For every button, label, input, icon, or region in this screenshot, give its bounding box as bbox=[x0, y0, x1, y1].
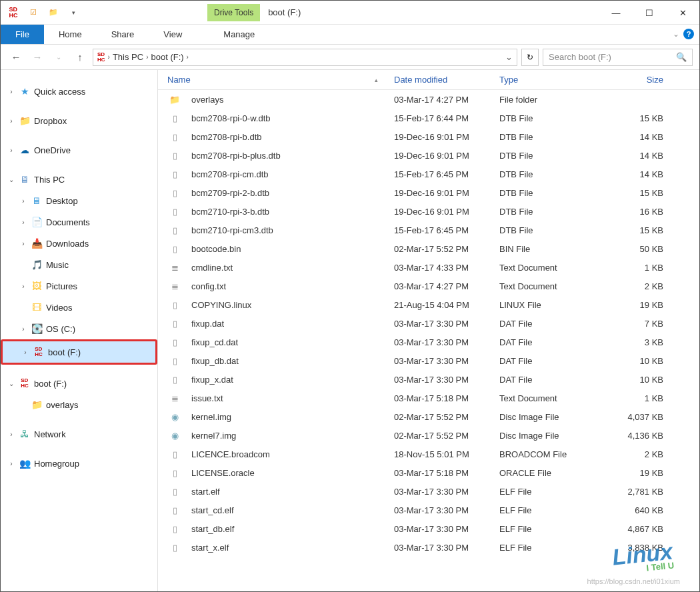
file-name: bcm2709-rpi-2-b.dtb bbox=[191, 188, 269, 198]
tree-quick-access[interactable]: ›★Quick access bbox=[1, 81, 157, 102]
file-date: 03-Mar-17 4:27 PM bbox=[394, 95, 499, 105]
file-row[interactable]: ▯start.elf03-Mar-17 3:30 PMELF File2,781… bbox=[158, 482, 699, 501]
file-name: start_x.elf bbox=[191, 543, 229, 553]
file-icon: ▯ bbox=[167, 337, 182, 347]
file-row[interactable]: ◉kernel7.img02-Mar-17 5:52 PMDisc Image … bbox=[158, 426, 699, 445]
file-size: 4,037 KB bbox=[606, 412, 670, 422]
title-bar: SDHC ☑ 📁 ▾ Drive Tools boot (F:) — ☐ ✕ bbox=[1, 1, 699, 25]
file-row[interactable]: ▯fixup.dat03-Mar-17 3:30 PMDAT File7 KB bbox=[158, 314, 699, 333]
file-type: LINUX File bbox=[499, 300, 606, 310]
address-dropdown-icon[interactable]: ⌄ bbox=[505, 52, 513, 62]
file-size: 50 KB bbox=[606, 244, 670, 254]
tree-downloads[interactable]: ›📥Downloads bbox=[1, 233, 157, 254]
qat-properties-icon[interactable]: ☑ bbox=[26, 5, 41, 20]
ribbon-tab-view[interactable]: View bbox=[149, 25, 197, 44]
tree-network[interactable]: ›🖧Network bbox=[1, 423, 157, 445]
file-row[interactable]: ▯bcm2708-rpi-0-w.dtb15-Feb-17 6:44 PMDTB… bbox=[158, 109, 699, 127]
file-list[interactable]: Name▴ Date modified Type Size 📁overlays0… bbox=[158, 70, 699, 591]
folder-icon: 📁 bbox=[167, 95, 182, 105]
tree-this-pc[interactable]: ⌄🖥This PC bbox=[1, 169, 157, 190]
navigation-pane[interactable]: ›★Quick access ›📁Dropbox ›☁OneDrive ⌄🖥Th… bbox=[1, 70, 158, 591]
ribbon-tab-manage[interactable]: Manage bbox=[209, 25, 269, 44]
search-input[interactable]: Search boot (F:) 🔍 bbox=[543, 49, 693, 66]
tree-boot-f-selected[interactable]: ›SDHCboot (F:) bbox=[3, 341, 155, 363]
chevron-right-icon[interactable]: › bbox=[146, 53, 148, 61]
ribbon-collapse-icon[interactable]: ⌄ bbox=[673, 29, 679, 39]
file-row[interactable]: ▯bootcode.bin02-Mar-17 5:52 PMBIN File50… bbox=[158, 239, 699, 258]
file-row[interactable]: ≣cmdline.txt03-Mar-17 4:33 PMText Docume… bbox=[158, 258, 699, 277]
file-icon: ▯ bbox=[167, 356, 182, 366]
file-type: DAT File bbox=[499, 356, 606, 366]
tree-homegroup[interactable]: ›👥Homegroup bbox=[1, 453, 157, 474]
search-placeholder: Search boot (F:) bbox=[549, 52, 611, 62]
file-name: LICENCE.broadcom bbox=[191, 449, 270, 459]
file-type: DAT File bbox=[499, 319, 606, 329]
file-row[interactable]: ◉kernel.img02-Mar-17 5:52 PMDisc Image F… bbox=[158, 407, 699, 426]
file-date: 21-Aug-15 4:04 PM bbox=[394, 300, 499, 310]
file-row[interactable]: ▯fixup_db.dat03-Mar-17 3:30 PMDAT File10… bbox=[158, 351, 699, 370]
nav-up-button[interactable]: ↑ bbox=[71, 49, 89, 66]
file-type: Text Document bbox=[499, 281, 606, 291]
tree-boot-f-root[interactable]: ⌄SDHCboot (F:) bbox=[1, 373, 157, 394]
file-row[interactable]: ▯bcm2710-rpi-cm3.dtb15-Feb-17 6:45 PMDTB… bbox=[158, 221, 699, 239]
contextual-tab-drive-tools[interactable]: Drive Tools bbox=[207, 4, 260, 21]
address-bar[interactable]: SDHC › This PC › boot (F:) › ⌄ bbox=[93, 49, 517, 66]
tree-pictures[interactable]: ›🖼Pictures bbox=[1, 275, 157, 297]
file-row[interactable]: ▯start_cd.elf03-Mar-17 3:30 PMELF File64… bbox=[158, 501, 699, 519]
file-type: Disc Image File bbox=[499, 412, 606, 422]
file-row[interactable]: ▯bcm2708-rpi-b.dtb19-Dec-16 9:01 PMDTB F… bbox=[158, 127, 699, 146]
file-size: 640 KB bbox=[606, 505, 670, 515]
file-size: 3,838 KB bbox=[606, 543, 670, 553]
file-row[interactable]: ▯bcm2708-rpi-b-plus.dtb19-Dec-16 9:01 PM… bbox=[158, 146, 699, 165]
ribbon-tab-file[interactable]: File bbox=[1, 25, 44, 44]
minimize-button[interactable]: — bbox=[599, 1, 633, 25]
close-button[interactable]: ✕ bbox=[666, 1, 699, 25]
file-row[interactable]: ▯start_x.elf03-Mar-17 3:30 PMELF File3,8… bbox=[158, 538, 699, 557]
chevron-right-icon[interactable]: › bbox=[187, 53, 189, 61]
column-size[interactable]: Size bbox=[606, 75, 670, 85]
tree-overlays[interactable]: ›📁overlays bbox=[1, 394, 157, 415]
file-row[interactable]: 📁overlays03-Mar-17 4:27 PMFile folder bbox=[158, 90, 699, 109]
tree-dropbox[interactable]: ›📁Dropbox bbox=[1, 110, 157, 131]
tree-documents[interactable]: ›📄Documents bbox=[1, 211, 157, 233]
ribbon-tab-share[interactable]: Share bbox=[97, 25, 149, 44]
qat-customize-icon[interactable]: ▾ bbox=[66, 5, 81, 20]
ribbon-tab-home[interactable]: Home bbox=[44, 25, 97, 44]
file-size: 15 KB bbox=[606, 113, 670, 123]
tree-music[interactable]: ›🎵Music bbox=[1, 254, 157, 275]
tree-os-c[interactable]: ›💽OS (C:) bbox=[1, 318, 157, 339]
nav-back-button[interactable]: ← bbox=[7, 49, 25, 66]
file-row[interactable]: ≣config.txt03-Mar-17 4:27 PMText Documen… bbox=[158, 277, 699, 295]
file-icon: ▯ bbox=[167, 225, 182, 235]
refresh-button[interactable]: ↻ bbox=[521, 49, 539, 66]
help-icon[interactable]: ? bbox=[683, 29, 694, 39]
nav-forward-button[interactable]: → bbox=[29, 49, 46, 66]
qat-newfolder-icon[interactable]: 📁 bbox=[46, 5, 61, 20]
tree-videos[interactable]: ›🎞Videos bbox=[1, 297, 157, 318]
file-row[interactable]: ≣issue.txt03-Mar-17 5:18 PMText Document… bbox=[158, 389, 699, 407]
file-name: cmdline.txt bbox=[191, 263, 233, 273]
file-type: ORACLE File bbox=[499, 468, 606, 478]
file-row[interactable]: ▯bcm2709-rpi-2-b.dtb19-Dec-16 9:01 PMDTB… bbox=[158, 183, 699, 202]
file-row[interactable]: ▯fixup_x.dat03-Mar-17 3:30 PMDAT File10 … bbox=[158, 370, 699, 389]
nav-history-dropdown[interactable]: ⌄ bbox=[50, 49, 67, 66]
column-type[interactable]: Type bbox=[499, 75, 606, 85]
file-row[interactable]: ▯LICENSE.oracle03-Mar-17 5:18 PMORACLE F… bbox=[158, 463, 699, 482]
tree-desktop[interactable]: ›🖥Desktop bbox=[1, 190, 157, 211]
address-segment-thispc[interactable]: This PC bbox=[113, 52, 143, 62]
file-row[interactable]: ▯bcm2710-rpi-3-b.dtb19-Dec-16 9:01 PMDTB… bbox=[158, 202, 699, 221]
file-row[interactable]: ▯fixup_cd.dat03-Mar-17 3:30 PMDAT File3 … bbox=[158, 333, 699, 351]
chevron-right-icon[interactable]: › bbox=[108, 53, 110, 61]
maximize-button[interactable]: ☐ bbox=[633, 1, 666, 25]
file-name: issue.txt bbox=[191, 393, 223, 403]
column-date[interactable]: Date modified bbox=[394, 75, 499, 85]
file-row[interactable]: ▯start_db.elf03-Mar-17 3:30 PMELF File4,… bbox=[158, 519, 699, 538]
column-name[interactable]: Name▴ bbox=[167, 75, 394, 85]
tree-onedrive[interactable]: ›☁OneDrive bbox=[1, 139, 157, 161]
file-row[interactable]: ▯bcm2708-rpi-cm.dtb15-Feb-17 6:45 PMDTB … bbox=[158, 165, 699, 183]
address-segment-bootf[interactable]: boot (F:) bbox=[151, 52, 183, 62]
file-row[interactable]: ▯LICENCE.broadcom18-Nov-15 5:01 PMBROADC… bbox=[158, 445, 699, 463]
file-date: 03-Mar-17 3:30 PM bbox=[394, 524, 499, 534]
file-row[interactable]: ▯COPYING.linux21-Aug-15 4:04 PMLINUX Fil… bbox=[158, 295, 699, 314]
file-date: 15-Feb-17 6:45 PM bbox=[394, 169, 499, 179]
